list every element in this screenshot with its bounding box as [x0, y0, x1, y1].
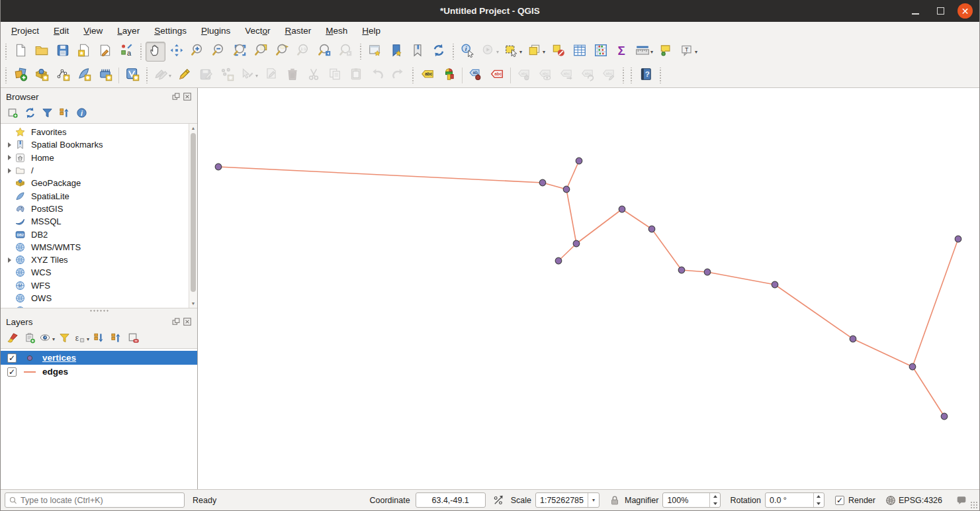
new-geopackage-layer-button[interactable]	[32, 66, 52, 85]
filter-by-expression-button[interactable]: ε▾	[73, 332, 89, 348]
window-resize-grip[interactable]	[970, 501, 978, 509]
magnifier-spinbox[interactable]: 100%	[662, 492, 721, 508]
browser-item-wms-wmts[interactable]: WMS/WMTS	[1, 241, 197, 254]
open-attribute-table-button[interactable]	[570, 42, 590, 62]
toolbar-handle[interactable]	[629, 68, 633, 83]
menu-settings[interactable]: Settings	[147, 23, 194, 38]
browser-scrollbar[interactable]: ▲ ▼	[189, 124, 197, 308]
expand-arrow-icon[interactable]	[4, 142, 15, 148]
menu-view[interactable]: View	[76, 23, 110, 38]
new-mesh-layer-button[interactable]	[95, 66, 115, 85]
panel-splitter[interactable]	[1, 308, 197, 313]
browser-item--[interactable]: /	[1, 164, 197, 177]
help-contents-button[interactable]: ?	[636, 66, 656, 85]
layers-float-button[interactable]	[171, 317, 181, 326]
coordinate-input[interactable]: 63.4,-49.1	[416, 492, 486, 508]
refresh-map-button[interactable]	[429, 42, 449, 62]
toolbar-handle[interactable]	[658, 68, 662, 83]
zoom-to-layer-button[interactable]	[273, 42, 292, 62]
toolbar-handle[interactable]	[451, 44, 455, 60]
expand-arrow-icon[interactable]	[4, 168, 15, 173]
scale-dropdown-arrow[interactable]: ▾	[588, 493, 599, 507]
rotation-spinbox[interactable]: 0.0 °	[765, 492, 824, 508]
toolbar-handle[interactable]	[139, 44, 143, 60]
maximize-button[interactable]	[932, 3, 948, 19]
open-layer-styling-panel-button[interactable]	[5, 332, 21, 348]
browser-item-favorites[interactable]: Favorites	[1, 126, 197, 138]
refresh-browser-button[interactable]	[22, 107, 38, 122]
browser-float-button[interactable]	[171, 92, 181, 101]
open-data-source-manager-button[interactable]	[11, 66, 30, 85]
scroll-thumb[interactable]	[191, 133, 196, 292]
open-project-button[interactable]	[32, 42, 52, 62]
expand-arrow-icon[interactable]	[4, 257, 15, 263]
scale-combo[interactable]: 1:75262785 ▾	[535, 492, 600, 508]
locate-input[interactable]	[21, 496, 166, 505]
statistical-summary-button[interactable]: Σ	[612, 42, 632, 62]
epsg-status[interactable]: EPSG:4326	[899, 496, 942, 505]
browser-item-ows[interactable]: OWS	[1, 292, 197, 304]
new-shapefile-layer-button[interactable]	[53, 66, 73, 85]
new-project-button[interactable]	[11, 42, 30, 62]
show-spatial-bookmarks-button[interactable]	[408, 42, 427, 62]
render-checkbox[interactable]: ✓	[835, 496, 844, 505]
browser-item-spatialite[interactable]: SpatiaLite	[1, 189, 197, 202]
deselect-features-button[interactable]	[549, 42, 568, 62]
add-group-button[interactable]	[22, 332, 38, 348]
menu-project[interactable]: Project	[4, 23, 46, 38]
layers-close-button[interactable]	[183, 317, 192, 326]
style-manager-button[interactable]: a	[116, 42, 136, 62]
new-virtual-layer-button[interactable]	[122, 66, 142, 85]
toolbar-handle[interactable]	[411, 68, 415, 83]
browser-item-postgis[interactable]: PostGIS	[1, 203, 197, 215]
browser-item-spatial-bookmarks[interactable]: Spatial Bookmarks	[1, 138, 197, 151]
rotation-spinner[interactable]	[813, 493, 824, 507]
zoom-to-selection-button[interactable]	[251, 42, 271, 62]
save-project-button[interactable]	[53, 42, 73, 62]
new-map-view-button[interactable]	[365, 42, 385, 62]
open-field-calculator-button[interactable]	[591, 42, 611, 62]
browser-item-geopackage[interactable]: GeoPackage	[1, 177, 197, 189]
menu-plugins[interactable]: Plugins	[194, 23, 238, 38]
remove-layer-button[interactable]	[125, 332, 141, 348]
layer-item-edges[interactable]: ✓edges	[1, 365, 197, 379]
manage-map-themes-button[interactable]: ▾	[39, 332, 55, 348]
layer-labeling-options-button[interactable]: abc	[418, 66, 437, 85]
menu-mesh[interactable]: Mesh	[318, 23, 355, 38]
text-annotation-button[interactable]: T▾	[678, 42, 699, 62]
toolbar-handle[interactable]	[145, 68, 149, 83]
magnifier-spinner[interactable]	[709, 493, 720, 507]
layer-visibility-checkbox[interactable]: ✓	[7, 353, 17, 363]
layer-item-vertices[interactable]: ✓vertices	[1, 351, 197, 365]
menu-edit[interactable]: Edit	[46, 23, 76, 38]
zoom-last-button[interactable]	[315, 42, 335, 62]
filter-legend-button[interactable]	[56, 332, 72, 348]
browser-item-home[interactable]: Home	[1, 152, 197, 164]
toolbar-handle[interactable]	[359, 44, 363, 60]
filter-browser-button[interactable]	[39, 107, 55, 122]
crs-globe-icon[interactable]	[885, 494, 897, 506]
pan-to-selection-button[interactable]	[167, 42, 187, 62]
layer-visibility-checkbox[interactable]: ✓	[7, 367, 17, 377]
close-button[interactable]: ✕	[958, 3, 973, 19]
select-features-by-value-button[interactable]: ▾	[525, 42, 547, 62]
layer-diagram-options-button[interactable]	[439, 66, 459, 85]
scroll-down-arrow[interactable]: ▼	[189, 299, 197, 308]
enable-properties-widget-button[interactable]: i	[73, 107, 89, 122]
pan-map-button[interactable]	[146, 42, 165, 62]
new-spatial-bookmark-button[interactable]	[386, 42, 406, 62]
menu-raster[interactable]: Raster	[278, 23, 319, 38]
collapse-all-button[interactable]	[56, 107, 72, 122]
toolbar-handle[interactable]	[621, 68, 625, 83]
highlight-pinned-labels-button[interactable]: abc	[487, 66, 507, 85]
zoom-full-button[interactable]	[230, 42, 250, 62]
toolbar-handle[interactable]	[4, 68, 8, 83]
identify-features-button[interactable]: i	[458, 42, 478, 62]
render-toggle[interactable]: ✓ Render	[835, 496, 875, 505]
menu-vector[interactable]: Vector	[238, 23, 277, 38]
measure-line-button[interactable]: ▾	[633, 42, 655, 62]
minimize-button[interactable]	[907, 3, 923, 19]
expand-arrow-icon[interactable]	[4, 155, 15, 160]
menu-help[interactable]: Help	[355, 23, 388, 38]
select-features-button[interactable]: ▾	[502, 42, 524, 62]
